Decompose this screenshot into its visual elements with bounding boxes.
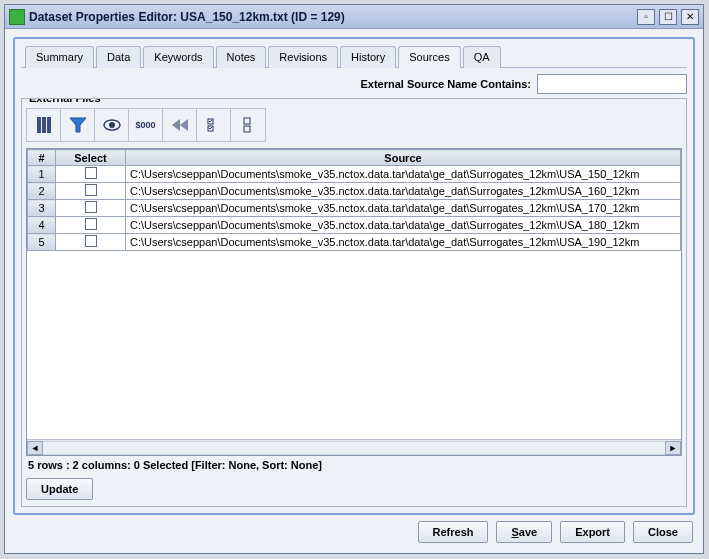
row-number: 5 xyxy=(28,234,56,251)
tab-keywords[interactable]: Keywords xyxy=(143,46,213,68)
svg-rect-11 xyxy=(244,126,250,132)
filter-button[interactable] xyxy=(61,109,95,141)
svg-marker-6 xyxy=(172,119,180,131)
column-header-number[interactable]: # xyxy=(28,150,56,166)
row-select-checkbox[interactable] xyxy=(85,167,97,179)
scroll-left-arrow[interactable]: ◄ xyxy=(27,441,43,455)
column-header-select[interactable]: Select xyxy=(56,150,126,166)
row-number: 2 xyxy=(28,183,56,200)
window-title: Dataset Properties Editor: USA_150_12km.… xyxy=(29,10,633,24)
table-row[interactable]: 5 C:\Users\cseppan\Documents\smoke_v35.n… xyxy=(28,234,681,251)
table-body: 1 C:\Users\cseppan\Documents\smoke_v35.n… xyxy=(28,166,681,251)
external-files-label: External Files xyxy=(26,98,104,104)
tab-notes[interactable]: Notes xyxy=(216,46,267,68)
tab-revisions[interactable]: Revisions xyxy=(268,46,338,68)
svg-rect-10 xyxy=(244,118,250,124)
row-source: C:\Users\cseppan\Documents\smoke_v35.nct… xyxy=(126,166,681,183)
external-files-table: # Select Source 1 C:\Users\cseppan\Docum… xyxy=(27,149,681,251)
table-toolbar: $000 xyxy=(26,108,266,142)
svg-marker-3 xyxy=(70,118,86,132)
maximize-button[interactable]: ☐ xyxy=(659,9,677,25)
filter-row: External Source Name Contains: xyxy=(21,74,687,94)
tab-history[interactable]: History xyxy=(340,46,396,68)
clear-selection-button[interactable] xyxy=(231,109,265,141)
tab-data[interactable]: Data xyxy=(96,46,141,68)
table-row[interactable]: 1 C:\Users\cseppan\Documents\smoke_v35.n… xyxy=(28,166,681,183)
svg-marker-7 xyxy=(180,119,188,131)
svg-point-5 xyxy=(109,122,115,128)
scroll-track[interactable] xyxy=(43,441,665,455)
checklist-icon xyxy=(204,115,224,135)
close-button[interactable]: Close xyxy=(633,521,693,543)
row-select-checkbox[interactable] xyxy=(85,235,97,247)
save-button[interactable]: Save xyxy=(496,521,552,543)
dataset-properties-window: Dataset Properties Editor: USA_150_12km.… xyxy=(4,4,704,554)
table-status: 5 rows : 2 columns: 0 Selected [Filter: … xyxy=(26,456,682,474)
close-window-button[interactable]: ✕ xyxy=(681,9,699,25)
update-button[interactable]: Update xyxy=(26,478,93,500)
table-row[interactable]: 4 C:\Users\cseppan\Documents\smoke_v35.n… xyxy=(28,217,681,234)
tabs-row: Summary Data Keywords Notes Revisions Hi… xyxy=(21,45,687,68)
format-icon: $000 xyxy=(135,120,155,130)
export-button[interactable]: Export xyxy=(560,521,625,543)
scroll-right-arrow[interactable]: ► xyxy=(665,441,681,455)
tab-sources[interactable]: Sources xyxy=(398,46,460,68)
row-number: 1 xyxy=(28,166,56,183)
app-icon xyxy=(9,9,25,25)
row-number: 3 xyxy=(28,200,56,217)
eye-icon xyxy=(102,115,122,135)
horizontal-scrollbar[interactable]: ◄ ► xyxy=(27,439,681,455)
row-select-checkbox[interactable] xyxy=(85,201,97,213)
view-button[interactable] xyxy=(95,109,129,141)
main-panel: Summary Data Keywords Notes Revisions Hi… xyxy=(13,37,695,515)
page-options-button[interactable] xyxy=(197,109,231,141)
svg-rect-0 xyxy=(37,117,41,133)
svg-rect-2 xyxy=(47,117,51,133)
row-source: C:\Users\cseppan\Documents\smoke_v35.nct… xyxy=(126,183,681,200)
funnel-icon xyxy=(68,115,88,135)
minimize-button[interactable]: ▫ xyxy=(637,9,655,25)
external-files-fieldset: External Files $000 xyxy=(21,98,687,507)
row-select-checkbox[interactable] xyxy=(85,218,97,230)
row-select-checkbox[interactable] xyxy=(85,184,97,196)
tab-qa[interactable]: QA xyxy=(463,46,501,68)
format-button[interactable]: $000 xyxy=(129,109,163,141)
empty-boxes-icon xyxy=(238,115,258,135)
table-row[interactable]: 2 C:\Users\cseppan\Documents\smoke_v35.n… xyxy=(28,183,681,200)
table-empty-area xyxy=(27,251,681,439)
external-source-filter-label: External Source Name Contains: xyxy=(360,78,531,90)
column-header-source[interactable]: Source xyxy=(126,150,681,166)
titlebar: Dataset Properties Editor: USA_150_12km.… xyxy=(5,5,703,29)
external-files-table-wrap: # Select Source 1 C:\Users\cseppan\Docum… xyxy=(26,148,682,456)
row-number: 4 xyxy=(28,217,56,234)
row-source: C:\Users\cseppan\Documents\smoke_v35.nct… xyxy=(126,217,681,234)
svg-rect-1 xyxy=(42,117,46,133)
select-all-button[interactable] xyxy=(27,109,61,141)
tab-summary[interactable]: Summary xyxy=(25,46,94,68)
first-page-button[interactable] xyxy=(163,109,197,141)
refresh-button[interactable]: Refresh xyxy=(418,521,489,543)
rewind-icon xyxy=(170,115,190,135)
columns-icon xyxy=(34,115,54,135)
external-source-filter-input[interactable] xyxy=(537,74,687,94)
dialog-button-row: Refresh Save Export Close xyxy=(13,515,695,545)
body-area: Summary Data Keywords Notes Revisions Hi… xyxy=(5,29,703,553)
row-source: C:\Users\cseppan\Documents\smoke_v35.nct… xyxy=(126,200,681,217)
row-source: C:\Users\cseppan\Documents\smoke_v35.nct… xyxy=(126,234,681,251)
table-row[interactable]: 3 C:\Users\cseppan\Documents\smoke_v35.n… xyxy=(28,200,681,217)
